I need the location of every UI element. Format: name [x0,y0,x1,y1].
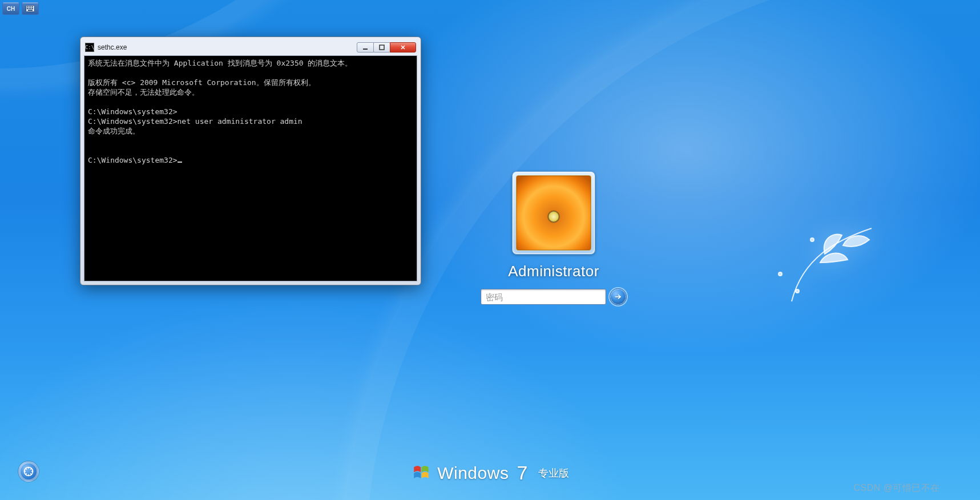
cmd-window[interactable]: C:\ sethc.exe 系统无法在消息文件中为 Application 找到… [80,37,421,285]
watermark: CSDN @可惜已不在 [853,482,940,494]
svg-point-1 [779,272,782,276]
window-controls [357,42,416,53]
titlebar[interactable]: C:\ sethc.exe [84,41,417,54]
app-icon: C:\ [85,43,94,52]
windows-flag-icon [411,463,431,483]
minimize-icon [362,45,368,50]
svg-rect-4 [27,6,28,7]
password-row [481,288,627,305]
ime-keyboard-button[interactable] [22,2,39,15]
language-bar: CH [2,2,39,15]
close-button[interactable] [390,42,416,53]
login-screen: CH Administrator [0,0,980,500]
close-icon [400,45,406,50]
svg-rect-10 [30,8,31,9]
ease-of-access-icon [23,466,34,477]
svg-rect-15 [380,45,384,50]
brand-edition: 专业版 [538,466,569,480]
keyboard-icon [26,5,35,12]
username-label: Administrator [508,263,599,280]
console-output[interactable]: 系统无法在消息文件中为 Application 找到消息号为 0x2350 的消… [84,55,417,281]
svg-rect-8 [27,8,28,9]
arrow-right-icon [614,292,623,301]
brand-product: Windows [437,463,509,483]
password-input[interactable] [481,289,606,305]
ime-language-button[interactable]: CH [2,2,19,15]
svg-point-0 [796,289,799,293]
login-panel: Administrator [434,171,674,305]
brand-version: 7 [517,462,527,484]
svg-rect-12 [28,10,33,11]
decor-plant [757,205,877,305]
submit-button[interactable] [610,288,627,305]
user-avatar[interactable] [512,171,595,255]
svg-rect-9 [29,8,30,9]
svg-rect-14 [363,49,368,50]
svg-rect-11 [32,8,33,9]
window-title: sethc.exe [98,43,357,51]
svg-point-2 [810,238,814,241]
svg-rect-6 [30,6,31,7]
minimize-button[interactable] [357,42,374,53]
svg-rect-7 [32,6,33,7]
ease-of-access-button[interactable] [18,461,39,482]
os-branding: Windows 7 专业版 [411,462,569,484]
maximize-icon [379,45,385,50]
avatar-image [516,175,591,251]
svg-rect-5 [29,6,30,7]
maximize-button[interactable] [373,42,390,53]
